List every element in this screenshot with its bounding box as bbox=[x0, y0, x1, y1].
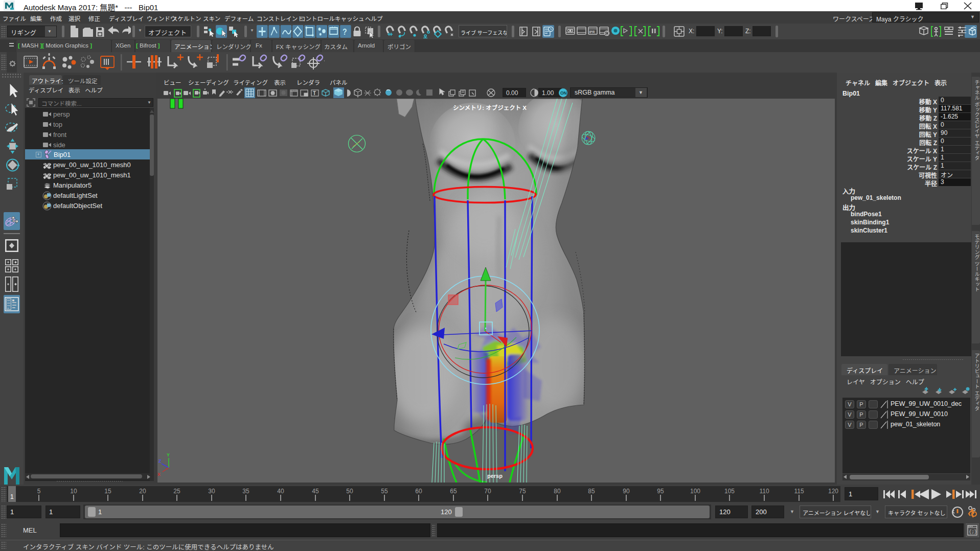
svg-text:85: 85 bbox=[588, 488, 595, 495]
svg-text:35: 35 bbox=[242, 488, 249, 495]
svg-text:115: 115 bbox=[794, 488, 804, 495]
svg-text:45: 45 bbox=[312, 488, 319, 495]
svg-text:50: 50 bbox=[346, 488, 353, 495]
svg-text:65: 65 bbox=[450, 488, 457, 495]
svg-text:ON: ON bbox=[560, 90, 567, 96]
svg-text:persp: persp bbox=[487, 473, 503, 479]
svg-text:40: 40 bbox=[277, 488, 284, 495]
svg-text:10: 10 bbox=[70, 488, 77, 495]
svg-text:105: 105 bbox=[724, 488, 735, 495]
svg-text:120: 120 bbox=[828, 488, 838, 495]
svg-text:?: ? bbox=[343, 27, 347, 36]
svg-text:95: 95 bbox=[657, 488, 664, 495]
svg-text:70: 70 bbox=[484, 488, 491, 495]
svg-text:60: 60 bbox=[415, 488, 422, 495]
svg-text:IPR: IPR bbox=[589, 30, 595, 34]
svg-text:75: 75 bbox=[519, 488, 526, 495]
svg-text:25: 25 bbox=[173, 488, 180, 495]
svg-text:Z: Z bbox=[158, 458, 162, 464]
svg-text:55: 55 bbox=[381, 488, 388, 495]
svg-text:100: 100 bbox=[690, 488, 700, 495]
svg-text:{;}: {;} bbox=[969, 530, 977, 535]
svg-text:T: T bbox=[313, 90, 316, 96]
svg-text:15: 15 bbox=[104, 488, 111, 495]
svg-text:30: 30 bbox=[208, 488, 215, 495]
svg-text:5: 5 bbox=[37, 488, 41, 495]
svg-text:80: 80 bbox=[554, 488, 561, 495]
svg-text:X: X bbox=[157, 472, 161, 477]
svg-text:110: 110 bbox=[759, 488, 769, 495]
svg-text:Y: Y bbox=[167, 452, 170, 457]
svg-text:90: 90 bbox=[623, 488, 630, 495]
svg-text:シンメトリ: オブジェクト X: シンメトリ: オブジェクト X bbox=[453, 104, 527, 111]
svg-text:20: 20 bbox=[139, 488, 146, 495]
